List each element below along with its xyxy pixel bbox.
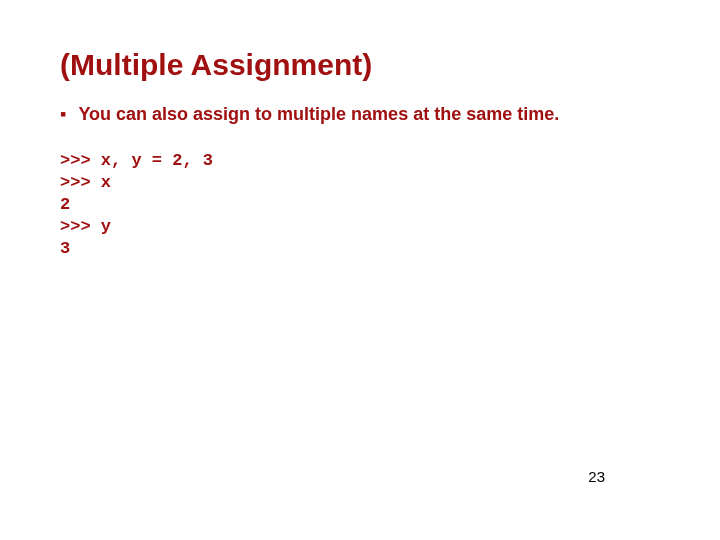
bullet-item: ▪ You can also assign to multiple names … [60,102,559,126]
slide-title: (Multiple Assignment) [60,48,372,82]
slide: (Multiple Assignment) ▪ You can also ass… [0,0,720,540]
code-block: >>> x, y = 2, 3 >>> x 2 >>> y 3 [60,150,213,260]
page-number: 23 [588,468,605,485]
bullet-marker-icon: ▪ [60,102,66,126]
bullet-text: You can also assign to multiple names at… [78,102,559,126]
